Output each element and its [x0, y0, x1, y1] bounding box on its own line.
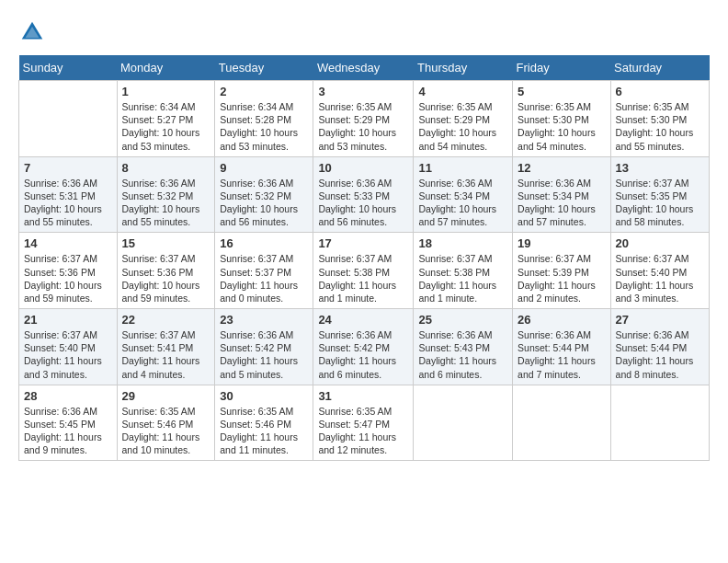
daylight-text: Daylight: 10 hours and 53 minutes. — [220, 127, 298, 151]
sunrise-text: Sunrise: 6:35 AM — [418, 101, 492, 112]
day-header-monday: Monday — [117, 55, 215, 81]
sunset-text: Sunset: 5:40 PM — [24, 342, 96, 353]
cell-info: Sunrise: 6:36 AMSunset: 5:32 PMDaylight:… — [122, 177, 210, 229]
daylight-text: Daylight: 10 hours and 53 minutes. — [122, 127, 200, 151]
cell-info: Sunrise: 6:35 AMSunset: 5:47 PMDaylight:… — [318, 405, 408, 457]
sunrise-text: Sunrise: 6:37 AM — [24, 329, 97, 340]
calendar-cell: 24Sunrise: 6:36 AMSunset: 5:42 PMDayligh… — [313, 309, 414, 385]
cell-info: Sunrise: 6:36 AMSunset: 5:31 PMDaylight:… — [24, 177, 112, 229]
day-number: 6 — [616, 85, 704, 98]
sunrise-text: Sunrise: 6:36 AM — [418, 178, 492, 189]
day-number: 19 — [518, 236, 606, 250]
sunset-text: Sunset: 5:32 PM — [220, 190, 291, 201]
day-number: 27 — [616, 313, 704, 327]
daylight-text: Daylight: 11 hours and 0 minutes. — [220, 280, 298, 304]
calendar-cell: 14Sunrise: 6:37 AMSunset: 5:36 PMDayligh… — [19, 233, 118, 309]
sunrise-text: Sunrise: 6:37 AM — [418, 253, 492, 264]
sunset-text: Sunset: 5:41 PM — [122, 342, 194, 353]
cell-info: Sunrise: 6:36 AMSunset: 5:43 PMDaylight:… — [418, 328, 507, 381]
calendar-cell: 2Sunrise: 6:34 AMSunset: 5:28 PMDaylight… — [215, 81, 313, 157]
cell-info: Sunrise: 6:34 AMSunset: 5:28 PMDaylight:… — [220, 100, 308, 153]
sunset-text: Sunset: 5:45 PM — [24, 419, 96, 430]
sunrise-text: Sunrise: 6:36 AM — [220, 178, 293, 189]
day-header-sunday: Sunday — [19, 55, 118, 81]
day-number: 24 — [318, 313, 408, 327]
cell-info: Sunrise: 6:35 AMSunset: 5:46 PMDaylight:… — [122, 405, 210, 457]
sunset-text: Sunset: 5:40 PM — [616, 267, 688, 278]
day-number: 28 — [24, 389, 112, 403]
cell-info: Sunrise: 6:35 AMSunset: 5:29 PMDaylight:… — [318, 100, 408, 153]
cell-info: Sunrise: 6:36 AMSunset: 5:34 PMDaylight:… — [518, 177, 606, 229]
sunrise-text: Sunrise: 6:36 AM — [518, 178, 591, 189]
sunset-text: Sunset: 5:44 PM — [518, 342, 589, 353]
sunrise-text: Sunrise: 6:35 AM — [318, 101, 392, 112]
calendar-cell: 22Sunrise: 6:37 AMSunset: 5:41 PMDayligh… — [117, 309, 215, 385]
sunrise-text: Sunrise: 6:37 AM — [122, 253, 196, 264]
sunrise-text: Sunrise: 6:37 AM — [518, 253, 591, 264]
day-number: 21 — [24, 313, 112, 327]
calendar-cell: 10Sunrise: 6:36 AMSunset: 5:33 PMDayligh… — [313, 156, 414, 233]
cell-info: Sunrise: 6:37 AMSunset: 5:38 PMDaylight:… — [418, 252, 507, 304]
calendar-cell: 28Sunrise: 6:36 AMSunset: 5:45 PMDayligh… — [19, 385, 118, 461]
day-number: 31 — [318, 389, 408, 403]
sunrise-text: Sunrise: 6:36 AM — [318, 178, 392, 189]
sunset-text: Sunset: 5:38 PM — [418, 267, 490, 278]
sunset-text: Sunset: 5:27 PM — [122, 114, 194, 125]
calendar-cell: 9Sunrise: 6:36 AMSunset: 5:32 PMDaylight… — [215, 156, 313, 233]
calendar-cell: 29Sunrise: 6:35 AMSunset: 5:46 PMDayligh… — [117, 385, 215, 461]
cell-info: Sunrise: 6:36 AMSunset: 5:34 PMDaylight:… — [418, 177, 507, 229]
sunset-text: Sunset: 5:28 PM — [220, 114, 291, 125]
day-number: 29 — [122, 389, 210, 403]
daylight-text: Daylight: 11 hours and 9 minutes. — [24, 431, 102, 455]
sunset-text: Sunset: 5:42 PM — [220, 342, 291, 353]
sunset-text: Sunset: 5:30 PM — [616, 114, 688, 125]
logo — [18, 18, 50, 46]
calendar-cell: 7Sunrise: 6:36 AMSunset: 5:31 PMDaylight… — [19, 156, 118, 233]
sunset-text: Sunset: 5:32 PM — [122, 190, 194, 201]
day-header-thursday: Thursday — [414, 55, 513, 81]
sunset-text: Sunset: 5:34 PM — [418, 190, 490, 201]
week-row-4: 21Sunrise: 6:37 AMSunset: 5:40 PMDayligh… — [19, 309, 710, 385]
calendar-cell: 8Sunrise: 6:36 AMSunset: 5:32 PMDaylight… — [117, 156, 215, 233]
cell-info: Sunrise: 6:37 AMSunset: 5:41 PMDaylight:… — [122, 328, 210, 381]
cell-info: Sunrise: 6:37 AMSunset: 5:35 PMDaylight:… — [616, 177, 704, 229]
daylight-text: Daylight: 10 hours and 56 minutes. — [220, 203, 298, 227]
day-number: 1 — [122, 85, 210, 98]
calendar-cell — [19, 81, 118, 157]
day-number: 10 — [318, 161, 408, 175]
sunset-text: Sunset: 5:47 PM — [318, 419, 390, 430]
cell-info: Sunrise: 6:34 AMSunset: 5:27 PMDaylight:… — [122, 100, 210, 153]
day-number: 5 — [518, 85, 606, 98]
day-number: 17 — [318, 236, 408, 250]
cell-info: Sunrise: 6:35 AMSunset: 5:30 PMDaylight:… — [616, 100, 704, 153]
calendar-cell: 17Sunrise: 6:37 AMSunset: 5:38 PMDayligh… — [313, 233, 414, 309]
day-number: 14 — [24, 236, 112, 250]
daylight-text: Daylight: 10 hours and 58 minutes. — [616, 203, 694, 227]
sunrise-text: Sunrise: 6:36 AM — [518, 329, 591, 340]
sunrise-text: Sunrise: 6:34 AM — [220, 101, 293, 112]
week-row-3: 14Sunrise: 6:37 AMSunset: 5:36 PMDayligh… — [19, 233, 710, 309]
cell-info: Sunrise: 6:37 AMSunset: 5:36 PMDaylight:… — [24, 252, 112, 304]
calendar-cell: 4Sunrise: 6:35 AMSunset: 5:29 PMDaylight… — [414, 81, 513, 157]
calendar-cell: 30Sunrise: 6:35 AMSunset: 5:46 PMDayligh… — [215, 385, 313, 461]
cell-info: Sunrise: 6:37 AMSunset: 5:38 PMDaylight:… — [318, 252, 408, 304]
sunrise-text: Sunrise: 6:37 AM — [616, 178, 689, 189]
day-header-wednesday: Wednesday — [313, 55, 414, 81]
calendar-cell: 16Sunrise: 6:37 AMSunset: 5:37 PMDayligh… — [215, 233, 313, 309]
calendar-cell: 13Sunrise: 6:37 AMSunset: 5:35 PMDayligh… — [610, 156, 709, 233]
day-number: 2 — [220, 85, 308, 98]
sunrise-text: Sunrise: 6:37 AM — [318, 253, 392, 264]
daylight-text: Daylight: 11 hours and 3 minutes. — [24, 355, 102, 379]
sunset-text: Sunset: 5:38 PM — [318, 267, 390, 278]
daylight-text: Daylight: 11 hours and 1 minute. — [318, 280, 396, 304]
sunrise-text: Sunrise: 6:36 AM — [24, 406, 97, 417]
sunset-text: Sunset: 5:36 PM — [122, 267, 194, 278]
sunrise-text: Sunrise: 6:36 AM — [318, 329, 392, 340]
daylight-text: Daylight: 10 hours and 55 minutes. — [24, 203, 102, 227]
cell-info: Sunrise: 6:35 AMSunset: 5:30 PMDaylight:… — [518, 100, 606, 153]
logo-icon — [18, 18, 46, 46]
calendar-cell — [610, 385, 709, 461]
daylight-text: Daylight: 10 hours and 53 minutes. — [318, 127, 396, 151]
sunset-text: Sunset: 5:31 PM — [24, 190, 96, 201]
cell-info: Sunrise: 6:36 AMSunset: 5:32 PMDaylight:… — [220, 177, 308, 229]
